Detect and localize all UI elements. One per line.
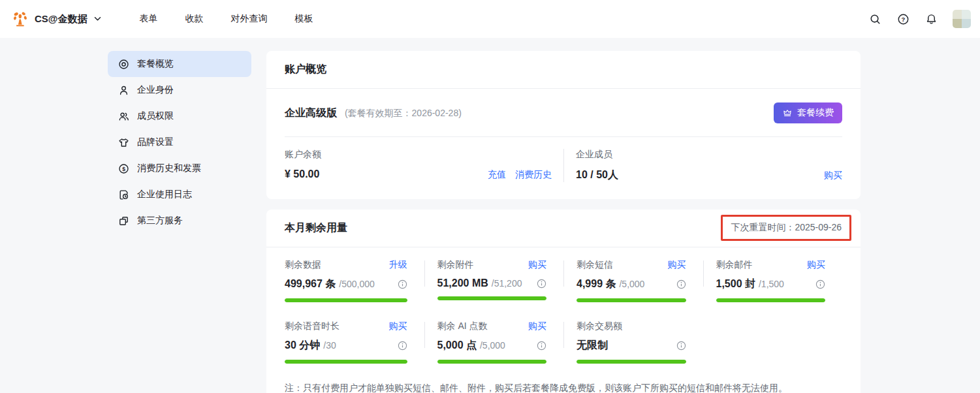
usage-note: 注：只有付费用户才能单独购买短信、邮件、附件，购买后若套餐降成免费版，则该账户下… xyxy=(266,364,861,393)
usage-cell-sms: 剩余短信 购买 4,999 条 /5,000 xyxy=(563,259,703,302)
topbar-actions: ? xyxy=(868,10,971,28)
progress-bar xyxy=(437,360,547,364)
usage-label: 剩余交易额 xyxy=(577,321,622,332)
renew-button-label: 套餐续费 xyxy=(797,107,834,119)
usage-value: 4,999 条 xyxy=(577,277,616,291)
nav-item-external-query[interactable]: 对外查询 xyxy=(230,13,267,25)
usage-label: 剩余 AI 点数 xyxy=(437,321,488,332)
info-icon[interactable] xyxy=(398,279,407,289)
progress-bar xyxy=(716,298,826,302)
progress-bar xyxy=(577,298,686,302)
usage-total: /30 xyxy=(323,340,336,351)
account-overview-card: 账户概览 企业高级版 (套餐有效期至：2026-02-28) 套餐续费 xyxy=(266,51,861,199)
usage-value: 5,000 点 xyxy=(437,339,477,353)
main-content: 账户概览 企业高级版 (套餐有效期至：2026-02-28) 套餐续费 xyxy=(266,51,861,393)
renew-plan-button[interactable]: 套餐续费 xyxy=(774,102,842,123)
progress-bar xyxy=(437,296,547,300)
blocks-icon xyxy=(118,215,129,227)
usage-cell-attachments: 剩余附件 购买 51,200 MB /51,200 xyxy=(424,259,564,302)
avatar[interactable] xyxy=(953,10,971,28)
usage-label: 剩余短信 xyxy=(577,259,613,271)
note-line-1: 注：只有付费用户才能单独购买短信、邮件、附件，购买后若套餐降成免费版，则该账户下… xyxy=(285,379,842,393)
usage-total: /1,500 xyxy=(759,279,784,289)
usage-label: 剩余附件 xyxy=(437,259,474,271)
svg-text:$: $ xyxy=(122,165,125,172)
usage-label: 剩余语音时长 xyxy=(285,321,340,332)
sidebar-item-label: 企业身份 xyxy=(137,84,174,96)
sidebar-item-member-permissions[interactable]: 成员权限 xyxy=(108,103,251,129)
nav-item-payments[interactable]: 收款 xyxy=(185,13,203,25)
nav-item-forms[interactable]: 表单 xyxy=(139,13,157,25)
account-stats-row: 账户余额 ¥ 50.00 充值 消费历史 企业成员 10 / 50人 xyxy=(266,137,861,199)
sidebar-item-label: 第三方服务 xyxy=(137,215,183,227)
info-icon[interactable] xyxy=(676,279,686,289)
sidebar-item-usage-logs[interactable]: 企业使用日志 xyxy=(108,181,251,208)
info-icon[interactable] xyxy=(398,341,407,351)
info-icon[interactable] xyxy=(676,341,686,351)
usage-label: 剩余邮件 xyxy=(716,259,753,271)
usage-cell-data: 剩余数据 升级 499,967 条 /500,000 xyxy=(285,259,424,302)
info-icon[interactable] xyxy=(537,341,546,351)
balance-value: ¥ 50.00 xyxy=(285,168,319,180)
usage-value: 499,967 条 xyxy=(285,277,336,291)
recharge-link[interactable]: 充值 xyxy=(488,169,506,181)
top-navigation: 表单 收款 对外查询 模板 xyxy=(139,13,313,25)
plan-info: 企业高级版 (套餐有效期至：2026-02-28) xyxy=(285,106,462,120)
usage-value: 51,200 MB xyxy=(437,277,488,289)
sidebar-item-label: 消费历史和发票 xyxy=(137,163,201,174)
sidebar-item-plan-overview[interactable]: 套餐概览 xyxy=(108,51,251,77)
help-icon[interactable]: ? xyxy=(896,12,909,25)
usage-cell-ai-points: 剩余 AI 点数 购买 5,000 点 /5,000 xyxy=(424,321,564,364)
buy-email-link[interactable]: 购买 xyxy=(807,259,825,271)
buy-sms-link[interactable]: 购买 xyxy=(668,259,686,271)
members-label: 企业成员 xyxy=(576,149,842,161)
sidebar-item-billing-history[interactable]: $ 消费历史和发票 xyxy=(108,155,251,181)
reset-time-annotation: 下次重置时间：2025-09-26 xyxy=(721,215,851,241)
usage-value: 无限制 xyxy=(577,339,608,353)
plan-validity: (套餐有效期至：2026-02-28) xyxy=(345,108,462,118)
people-icon xyxy=(118,111,129,122)
usage-cell-voice: 剩余语音时长 购买 30 分钟 /30 xyxy=(285,321,424,364)
svg-text:?: ? xyxy=(901,15,905,22)
usage-value: 30 分钟 xyxy=(285,339,320,353)
plan-name: 企业高级版 xyxy=(285,107,337,118)
buy-attachments-link[interactable]: 购买 xyxy=(528,259,546,271)
jinshuju-logo-icon xyxy=(12,10,29,27)
nav-item-templates[interactable]: 模板 xyxy=(294,13,313,25)
reset-time-label: 下次重置时间：2025-09-26 xyxy=(731,222,842,232)
sidebar-item-label: 套餐概览 xyxy=(137,58,174,70)
buy-members-link[interactable]: 购买 xyxy=(824,170,842,181)
sidebar-item-label: 品牌设置 xyxy=(137,136,174,148)
usage-card-title: 本月剩余用量 xyxy=(285,222,347,233)
progress-bar xyxy=(285,298,407,302)
account-card-title: 账户概览 xyxy=(266,51,861,89)
page-body: 套餐概览 企业身份 成员权限 xyxy=(0,38,980,393)
info-icon[interactable] xyxy=(815,279,825,289)
workspace-switcher[interactable]: CS@金数据 xyxy=(12,10,101,27)
info-icon[interactable] xyxy=(537,279,546,289)
plan-row: 企业高级版 (套餐有效期至：2026-02-28) 套餐续费 xyxy=(266,89,861,123)
topbar: CS@金数据 表单 收款 对外查询 模板 ? xyxy=(0,0,980,38)
crown-icon xyxy=(782,108,793,118)
usage-card-header: 本月剩余用量 下次重置时间：2025-09-26 xyxy=(266,210,861,247)
spend-history-link[interactable]: 消费历史 xyxy=(515,169,552,181)
brand-name: CS@金数据 xyxy=(35,13,87,25)
usage-label: 剩余数据 xyxy=(285,259,321,271)
progress-bar xyxy=(577,360,686,364)
buy-voice-link[interactable]: 购买 xyxy=(389,321,407,332)
sidebar-item-third-party[interactable]: 第三方服务 xyxy=(108,208,251,234)
chevron-down-icon xyxy=(94,16,101,22)
sidebar-item-brand-settings[interactable]: 品牌设置 xyxy=(108,129,251,155)
upgrade-data-link[interactable]: 升级 xyxy=(389,259,407,271)
usage-value: 1,500 封 xyxy=(716,277,755,291)
usage-total: /5,000 xyxy=(619,279,644,289)
search-icon[interactable] xyxy=(868,12,881,25)
sidebar-item-label: 企业使用日志 xyxy=(137,189,192,200)
usage-grid: 剩余数据 升级 499,967 条 /500,000 剩余附件 xyxy=(266,247,861,364)
plan-overview-icon xyxy=(118,59,129,70)
usage-total: /51,200 xyxy=(492,278,522,289)
bell-icon[interactable] xyxy=(925,12,938,25)
buy-ai-points-link[interactable]: 购买 xyxy=(528,321,546,332)
usage-cell-email: 剩余邮件 购买 1,500 封 /1,500 xyxy=(703,259,843,302)
sidebar-item-enterprise-identity[interactable]: 企业身份 xyxy=(108,77,251,103)
